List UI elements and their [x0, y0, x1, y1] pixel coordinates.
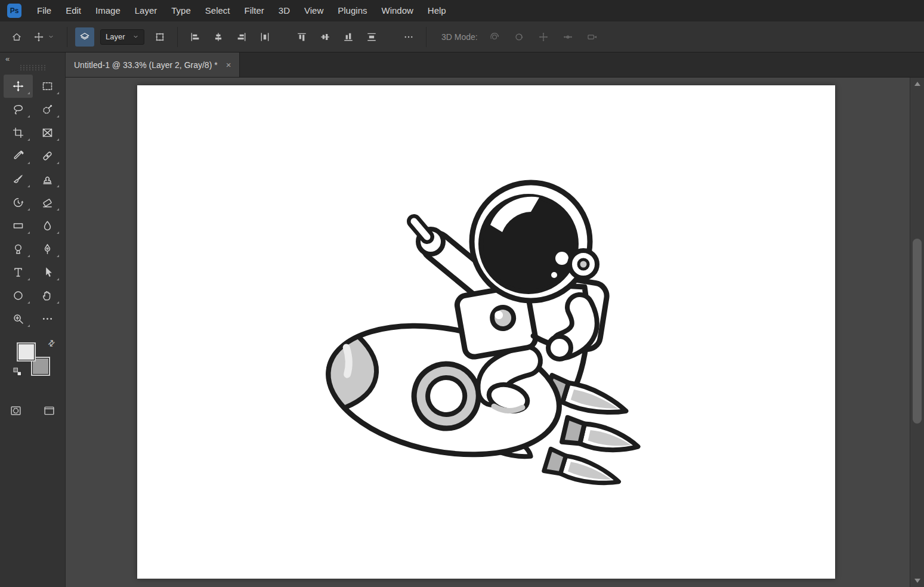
pen-tool-icon	[41, 243, 54, 255]
crop-tool[interactable]	[4, 121, 33, 144]
eraser-tool[interactable]	[33, 191, 62, 214]
chevron-down-icon	[48, 33, 54, 40]
menu-window[interactable]: Window	[374, 0, 420, 21]
spot-healing-brush-tool-icon	[41, 150, 54, 162]
distribute-vertical-centers-icon	[366, 32, 377, 42]
3d-orbit-button[interactable]	[485, 27, 504, 47]
rectangular-marquee-tool-icon	[41, 80, 54, 92]
path-selection-tool-icon	[41, 266, 54, 279]
align-right-edges-button[interactable]	[232, 27, 251, 47]
align-horizontal-centers-button[interactable]	[209, 27, 228, 47]
menu-filter[interactable]: Filter	[237, 0, 271, 21]
screen-mode-button[interactable]	[40, 401, 59, 420]
show-transform-controls-toggle[interactable]	[150, 27, 169, 47]
tool-preset-picker[interactable]	[29, 27, 59, 47]
dodge-tool-icon	[12, 243, 24, 255]
frame-tool[interactable]	[33, 121, 62, 144]
photoshop-window: Ps FileEditImageLayerTypeSelectFilter3DV…	[0, 0, 924, 587]
3d-mode-buttons-group	[485, 27, 602, 47]
swap-colors-icon[interactable]: ⇄	[46, 338, 57, 348]
menu-select[interactable]: Select	[198, 0, 237, 21]
menu-bar: Ps FileEditImageLayerTypeSelectFilter3DV…	[0, 0, 924, 21]
menu-type[interactable]: Type	[164, 0, 198, 21]
3d-roll-button[interactable]	[509, 27, 529, 47]
align-top-edges-button[interactable]	[292, 27, 311, 47]
tool-panel-grip[interactable]	[19, 65, 47, 70]
menu-file[interactable]: File	[30, 0, 58, 21]
document-canvas[interactable]	[137, 85, 835, 579]
menu-image[interactable]: Image	[88, 0, 128, 21]
eraser-tool-icon	[41, 196, 54, 209]
scrollbar-thumb[interactable]	[913, 239, 922, 424]
lasso-tool[interactable]	[4, 98, 33, 121]
scroll-down-arrow[interactable]	[914, 579, 920, 583]
document-tab[interactable]: Untitled-1 @ 33.3% (Layer 2, Gray/8) * ×	[66, 52, 240, 77]
horizontal-type-tool[interactable]	[4, 261, 33, 284]
eyedropper-tool[interactable]	[4, 144, 33, 168]
menu-edit[interactable]: Edit	[58, 0, 88, 21]
distribute-vertical-centers-button[interactable]	[362, 27, 381, 47]
horizontal-type-tool-icon	[12, 266, 24, 279]
auto-select-toggle[interactable]	[75, 27, 94, 47]
align-vertical-centers-button[interactable]	[316, 27, 335, 47]
align-left-edges-button[interactable]	[186, 27, 205, 47]
move-tool[interactable]	[4, 75, 33, 98]
tab-close-icon[interactable]: ×	[226, 60, 231, 70]
gradient-tool[interactable]	[4, 214, 33, 237]
pen-tool[interactable]	[33, 237, 62, 261]
brush-tool-icon	[12, 173, 24, 186]
path-selection-tool[interactable]	[33, 261, 62, 284]
gradient-tool-icon	[12, 220, 24, 232]
lasso-tool-icon	[12, 103, 24, 116]
dodge-tool[interactable]	[4, 237, 33, 261]
document-tab-title: Untitled-1 @ 33.3% (Layer 2, Gray/8) *	[74, 60, 218, 70]
more-align-options-button[interactable]	[399, 27, 418, 47]
screen-mode-icon	[43, 404, 55, 417]
3d-slide-button[interactable]	[558, 27, 577, 47]
hand-tool[interactable]	[33, 284, 62, 307]
quick-mask-button[interactable]	[7, 401, 26, 420]
blur-tool[interactable]	[33, 214, 62, 237]
collapse-panel-button[interactable]: «	[0, 52, 14, 64]
astronaut-rocket-illustration	[137, 85, 835, 579]
spot-healing-brush-tool[interactable]	[33, 144, 62, 168]
3d-pan-icon	[538, 32, 549, 42]
scroll-up-arrow[interactable]	[914, 82, 920, 86]
default-colors-icon[interactable]	[13, 367, 22, 376]
menu-3d[interactable]: 3D	[271, 0, 297, 21]
3d-camera-button[interactable]	[583, 27, 602, 47]
move-tool-icon	[12, 80, 24, 92]
clone-stamp-tool[interactable]	[33, 168, 62, 191]
rectangular-marquee-tool[interactable]	[33, 75, 62, 98]
align-right-edges-icon	[236, 32, 247, 42]
menu-layer[interactable]: Layer	[128, 0, 165, 21]
vertical-scrollbar[interactable]	[910, 78, 924, 587]
ellipse-tool[interactable]	[4, 284, 33, 307]
3d-orbit-icon	[489, 32, 500, 42]
3d-pan-button[interactable]	[534, 27, 553, 47]
foreground-color-swatch[interactable]	[17, 342, 36, 362]
crop-tool-icon	[12, 126, 24, 139]
blur-tool-icon	[41, 220, 54, 232]
menu-help[interactable]: Help	[421, 0, 453, 21]
ellipsis-icon	[403, 32, 414, 42]
history-brush-tool[interactable]	[4, 191, 33, 214]
move-tool-icon	[33, 32, 44, 42]
home-button[interactable]	[7, 27, 26, 47]
auto-select-target-dropdown[interactable]: Layer	[100, 29, 144, 45]
align-bottom-edges-button[interactable]	[339, 27, 358, 47]
menu-plugins[interactable]: Plugins	[330, 0, 374, 21]
canvas-viewport	[66, 78, 924, 587]
edit-toolbar-button-icon	[41, 313, 54, 325]
zoom-tool[interactable]	[4, 307, 33, 330]
edit-toolbar-button[interactable]	[33, 307, 62, 330]
menu-items: FileEditImageLayerTypeSelectFilter3DView…	[30, 0, 453, 21]
quick-selection-tool[interactable]	[33, 98, 62, 121]
menu-view[interactable]: View	[297, 0, 330, 21]
distribute-horizontal-centers-button[interactable]	[255, 27, 274, 47]
align-buttons-group-2	[292, 27, 381, 47]
brush-tool[interactable]	[4, 168, 33, 191]
main-area: « ⇄	[0, 52, 924, 587]
quick-mask-icon	[10, 404, 22, 417]
divider	[67, 27, 67, 47]
